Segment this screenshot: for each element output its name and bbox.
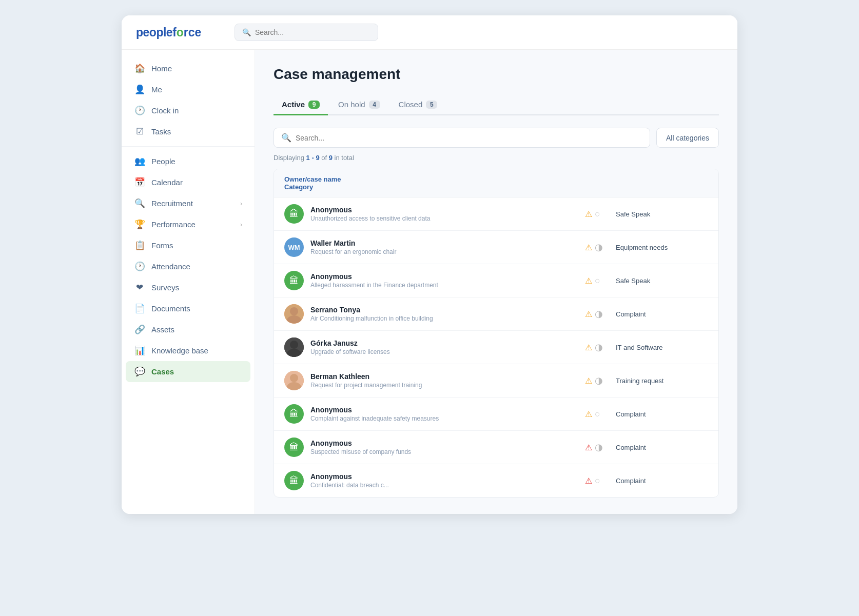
chevron-right-icon: › [240,221,242,228]
attendance-icon: 🕐 [134,261,145,272]
table-row[interactable]: 🏛 Anonymous Complaint against inadequate… [274,398,718,431]
case-name: Anonymous [310,206,430,214]
warning-red-icon: ⚠ [585,443,592,452]
sidebar-item-documents[interactable]: 📄 Documents [122,298,255,319]
sidebar-item-clock-in[interactable]: 🕐 Clock in [122,100,255,121]
assets-icon: 🔗 [134,324,145,335]
case-owner-cell: 🏛 Anonymous Suspected misuse of company … [284,438,585,457]
search-filter-icon: 🔍 [281,133,291,143]
display-text: Displaying [274,154,306,162]
sidebar-item-me[interactable]: 👤 Me [122,79,255,100]
case-icons: ⚠ ◑ [585,375,616,386]
category-filter-button[interactable]: All categories [656,128,719,148]
table-row[interactable]: Berman Kathleen Request for project mana… [274,364,718,398]
sidebar-item-label: Knowledge base [151,346,208,355]
case-name: Anonymous [310,439,411,447]
sidebar-item-knowledge-base[interactable]: 📊 Knowledge base [122,340,255,361]
table-row[interactable]: WM Waller Martin Request for an ergonomi… [274,231,718,264]
table-row[interactable]: 🏛 Anonymous Unauthorized access to sensi… [274,197,718,231]
sidebar-item-assets[interactable]: 🔗 Assets [122,319,255,340]
tab-active-badge: 9 [308,101,320,109]
case-icons: ⚠ ◑ [585,442,616,453]
sidebar-item-performance[interactable]: 🏆 Performance › [122,214,255,235]
warning-icon: ⚠ [585,276,592,286]
avatar: WM [284,237,304,257]
warning-icon: ⚠ [585,343,592,352]
warning-red-icon: ⚠ [585,476,592,486]
tab-active-label: Active [282,100,305,109]
table-row[interactable]: Górka Janusz Upgrade of software license… [274,331,718,364]
case-sub: Unauthorized access to sensitive client … [310,215,430,222]
table-row[interactable]: Serrano Tonya Air Conditioning malfuncti… [274,297,718,331]
category-cell: Safe Speak [616,210,708,218]
sidebar-item-label: Surveys [151,283,179,292]
sidebar: 🏠 Home 👤 Me 🕐 Clock in ☑ Tasks 👥 People [122,50,255,514]
status-half-icon: ◑ [595,342,603,353]
table-header: Owner/case name Category [274,169,718,197]
sidebar-item-cases[interactable]: 💬 Cases [126,361,250,382]
cases-table: Owner/case name Category 🏛 Anonymous Una… [274,169,719,498]
category-cell: Safe Speak [616,277,708,285]
page-title: Case management [274,66,719,83]
case-icons: ⚠ ○ [585,409,616,420]
case-name: Anonymous [310,472,389,481]
case-name: Serrano Tonya [310,306,433,314]
top-bar: peopleforce 🔍 [122,15,737,50]
table-row[interactable]: 🏛 Anonymous Confidential: data breach c.… [274,464,718,497]
sidebar-item-home[interactable]: 🏠 Home [122,58,255,79]
case-icons: ⚠ ◑ [585,342,616,353]
status-circle-icon: ○ [595,209,600,220]
status-circle-icon: ○ [595,475,600,486]
sidebar-item-label: Attendance [151,262,190,271]
tab-closed-badge: 5 [426,101,437,109]
sidebar-item-label: People [151,157,175,166]
global-search-bar[interactable]: 🔍 [235,24,378,41]
sidebar-item-surveys[interactable]: ❤ Surveys [122,277,255,298]
sidebar-item-calendar[interactable]: 📅 Calendar [122,172,255,193]
tab-active[interactable]: Active 9 [274,95,328,115]
avatar [284,337,304,357]
sidebar-item-attendance[interactable]: 🕐 Attendance [122,256,255,277]
home-icon: 🏠 [134,63,145,74]
table-row[interactable]: 🏛 Anonymous Suspected misuse of company … [274,431,718,464]
sidebar-item-forms[interactable]: 📋 Forms [122,235,255,256]
documents-icon: 📄 [134,303,145,314]
table-row[interactable]: 🏛 Anonymous Alleged harassment in the Fi… [274,264,718,297]
case-sub: Alleged harassment in the Finance depart… [310,282,438,289]
main-content: Case management Active 9 On hold 4 Close… [255,50,737,514]
tab-on-hold[interactable]: On hold 4 [330,95,388,115]
case-owner-cell: 🏛 Anonymous Alleged harassment in the Fi… [284,271,585,290]
category-cell: Equipment needs [616,244,708,251]
warning-icon: ⚠ [585,209,592,219]
display-total: 9 [329,154,333,162]
case-icons: ⚠ ◑ [585,242,616,253]
sidebar-item-label: Tasks [151,127,171,136]
sidebar-item-label: Me [151,85,162,94]
case-owner-cell: WM Waller Martin Request for an ergonomi… [284,237,585,257]
sidebar-item-people[interactable]: 👥 People [122,151,255,172]
sidebar-item-label: Performance [151,220,196,229]
status-half-icon: ◑ [595,242,603,253]
case-search-bar[interactable]: 🔍 [274,128,650,148]
category-cell: Complaint [616,410,708,418]
header-owner-case: Owner/case name [284,175,616,183]
warning-icon: ⚠ [585,309,592,319]
tab-closed[interactable]: Closed 5 [391,95,446,115]
case-owner-cell: Serrano Tonya Air Conditioning malfuncti… [284,304,585,324]
sidebar-item-recruitment[interactable]: 🔍 Recruitment › [122,193,255,214]
sidebar-item-tasks[interactable]: ☑ Tasks [122,121,255,142]
case-search-input[interactable] [296,134,642,142]
case-owner-cell: 🏛 Anonymous Complaint against inadequate… [284,404,585,424]
case-name: Berman Kathleen [310,372,422,381]
tabs-bar: Active 9 On hold 4 Closed 5 [274,95,719,115]
warning-icon: ⚠ [585,243,592,252]
filters-row: 🔍 All categories [274,128,719,148]
surveys-icon: ❤ [134,282,145,293]
forms-icon: 📋 [134,240,145,251]
case-sub: Confidential: data breach c... [310,482,389,489]
avatar: 🏛 [284,471,304,490]
avatar: 🏛 [284,438,304,457]
svg-point-4 [290,341,298,349]
global-search-input[interactable] [255,28,358,36]
nav-divider [122,146,255,147]
